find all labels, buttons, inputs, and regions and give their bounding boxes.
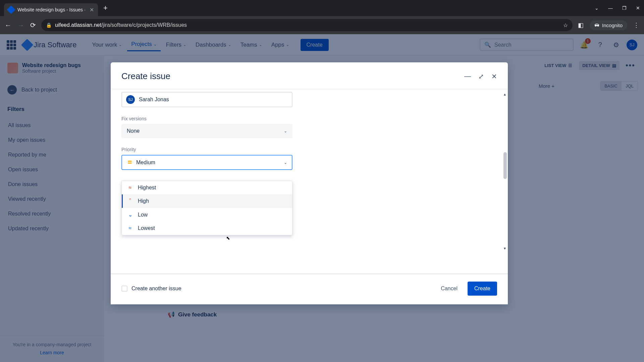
priority-option-lowest[interactable]: ≈ Lowest: [122, 222, 292, 235]
window-controls: ⌄ — ❐ ✕: [595, 5, 640, 11]
browser-tab[interactable]: Website redesign bugs - Issues · ✕: [4, 3, 98, 16]
minimize-icon[interactable]: —: [608, 5, 613, 11]
assignee-name: Sarah Jonas: [139, 97, 169, 103]
jira-favicon: [7, 5, 15, 14]
url-text: uifeed.atlassian.net/jira/software/c/pro…: [55, 22, 560, 28]
minimize-modal-icon[interactable]: —: [464, 72, 471, 80]
scroll-up-icon[interactable]: ▴: [504, 92, 506, 97]
back-icon[interactable]: ←: [5, 21, 11, 29]
browser-menu-icon[interactable]: ⋮: [633, 21, 639, 29]
assignee-avatar: SJ: [126, 95, 135, 104]
tab-title: Website redesign bugs - Issues ·: [17, 7, 86, 12]
incognito-badge[interactable]: 🕶 Incognito: [590, 20, 627, 30]
priority-option-high[interactable]: ˆ High: [122, 194, 292, 208]
scroll-down-icon[interactable]: ▾: [504, 246, 506, 251]
fix-versions-select[interactable]: None ⌄: [121, 124, 292, 138]
incognito-icon: 🕶: [594, 22, 599, 28]
priority-label: Priority: [121, 147, 497, 152]
scrollbar-thumb[interactable]: [503, 152, 507, 179]
priority-low-icon: ⌄: [127, 212, 133, 218]
priority-option-highest[interactable]: ≈ Highest: [122, 181, 292, 194]
priority-option-low[interactable]: ⌄ Low: [122, 208, 292, 222]
close-window-icon[interactable]: ✕: [636, 5, 640, 11]
close-tab-icon[interactable]: ✕: [90, 7, 94, 13]
star-icon[interactable]: ☆: [563, 22, 568, 28]
forward-icon: →: [17, 21, 24, 29]
create-another-checkbox[interactable]: Create another issue: [121, 286, 181, 292]
priority-highest-icon: ≈: [127, 185, 133, 191]
priority-high-icon: ˆ: [127, 198, 133, 204]
tabs-dropdown-icon[interactable]: ⌄: [595, 5, 599, 11]
fix-versions-label: Fix versions: [121, 116, 497, 121]
reload-icon[interactable]: ⟳: [30, 21, 36, 29]
mouse-cursor: ⬉: [226, 235, 230, 241]
submit-create-button[interactable]: Create: [468, 282, 497, 296]
assignee-field[interactable]: SJ Sarah Jonas: [121, 92, 292, 107]
create-issue-modal: Create issue — ⤢ ✕ ▴ ▾ SJ Sarah Jonas Fi…: [111, 62, 508, 304]
priority-select[interactable]: 〓 Medium ⌄: [121, 155, 292, 170]
chevron-down-icon: ⌄: [284, 160, 287, 165]
chevron-down-icon: ⌄: [284, 129, 287, 133]
maximize-icon[interactable]: ❐: [622, 5, 627, 11]
checkbox-icon: [121, 286, 127, 292]
browser-titlebar: Website redesign bugs - Issues · ✕ + ⌄ —…: [0, 0, 644, 16]
priority-dropdown: ≈ Highest ˆ High ⌄ Low ≈ Lowest: [121, 181, 292, 235]
new-tab-button[interactable]: +: [98, 4, 113, 12]
browser-toolbar: ← → ⟳ 🔒 uifeed.atlassian.net/jira/softwa…: [0, 16, 644, 34]
extensions-icon[interactable]: ◧: [578, 21, 584, 29]
modal-title: Create issue: [121, 71, 464, 81]
lock-icon: 🔒: [46, 22, 52, 28]
cancel-button[interactable]: Cancel: [436, 282, 462, 295]
priority-medium-icon: 〓: [127, 159, 133, 166]
close-modal-icon[interactable]: ✕: [491, 72, 497, 80]
collapse-modal-icon[interactable]: ⤢: [478, 72, 484, 80]
priority-lowest-icon: ≈: [127, 225, 133, 231]
url-bar[interactable]: 🔒 uifeed.atlassian.net/jira/software/c/p…: [41, 19, 573, 31]
